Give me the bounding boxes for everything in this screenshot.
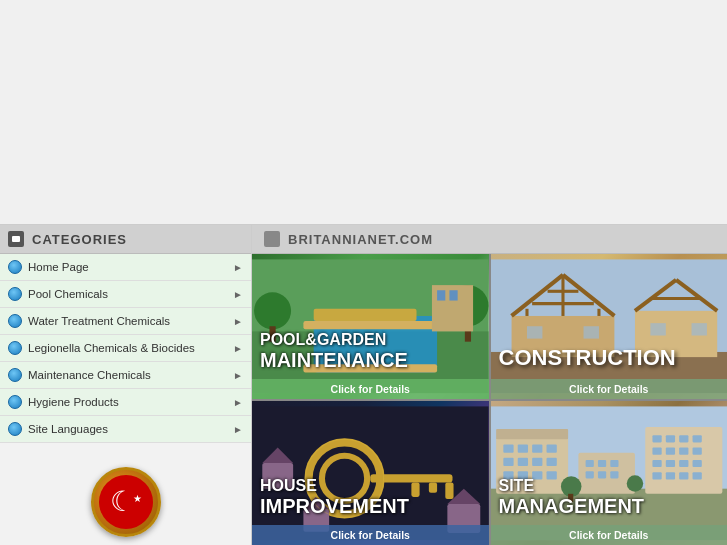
sidebar-item-hygiene-products[interactable]: Hygiene Products ► <box>0 389 251 415</box>
svg-rect-73 <box>652 447 661 454</box>
nav-icon <box>8 260 22 274</box>
nav-icon <box>8 314 22 328</box>
svg-rect-60 <box>496 429 568 439</box>
sidebar-item-legionella[interactable]: Legionella Chemicals & Biocides ► <box>0 335 251 361</box>
svg-rect-5 <box>314 309 417 321</box>
svg-rect-79 <box>679 459 688 466</box>
tile-click-details[interactable]: Click for Details <box>252 525 489 545</box>
tile-label: CONSTRUCTION <box>499 346 720 370</box>
svg-rect-78 <box>665 459 674 466</box>
svg-rect-28 <box>583 326 598 338</box>
sidebar-item-home-page[interactable]: Home Page ► <box>0 254 251 280</box>
sidebar-item-site-languages[interactable]: Site Languages ► <box>0 416 251 442</box>
svg-rect-3 <box>303 321 437 329</box>
sidebar-header-title: CATEGORIES <box>32 232 127 247</box>
tile-line1: CONSTRUCTION <box>499 346 720 370</box>
list-item: Maintenance Chemicals ► <box>0 362 251 389</box>
tile-line1: POOL&GARDEN <box>260 331 481 349</box>
tile-background <box>252 254 489 399</box>
nav-icon <box>8 422 22 436</box>
star-icon: ★ <box>133 493 142 504</box>
tile-click-details[interactable]: Click for Details <box>491 525 728 545</box>
svg-rect-11 <box>437 290 445 300</box>
list-item: Hygiene Products ► <box>0 389 251 416</box>
svg-rect-52 <box>503 457 513 465</box>
nav-icon <box>8 395 22 409</box>
sidebar-nav: Home Page ► Pool Chemicals ► Water Treat… <box>0 254 251 459</box>
category-tile-pool-garden[interactable]: POOL&GARDEN MAINTENANCE Click for Detail… <box>252 254 489 399</box>
svg-rect-80 <box>692 459 701 466</box>
svg-rect-27 <box>526 326 541 338</box>
tile-background <box>491 254 728 399</box>
sidebar-footer: ☾ ★ <box>0 459 251 545</box>
category-grid: POOL&GARDEN MAINTENANCE Click for Detail… <box>252 254 727 545</box>
category-tile-site-management[interactable]: SITE MANAGEMENT Click for Details <box>491 401 728 546</box>
tile-line1: HOUSE <box>260 477 481 495</box>
sidebar-item-label: Home Page <box>28 261 89 273</box>
svg-rect-71 <box>679 435 688 442</box>
svg-rect-51 <box>546 444 556 452</box>
sidebar-item-maintenance-chemicals[interactable]: Maintenance Chemicals ► <box>0 362 251 388</box>
tile-label: POOL&GARDEN MAINTENANCE <box>260 331 481 371</box>
svg-rect-49 <box>517 444 527 452</box>
nav-icon <box>8 368 22 382</box>
content-header: BRITANNIANET.COM <box>252 225 727 254</box>
tile-click-details[interactable]: Click for Details <box>252 379 489 399</box>
svg-rect-12 <box>449 290 457 300</box>
nav-arrow-icon: ► <box>233 397 243 408</box>
turkish-flag: ☾ ★ <box>99 475 153 529</box>
svg-rect-77 <box>652 459 661 466</box>
list-item: Water Treatment Chemicals ► <box>0 308 251 335</box>
tile-background <box>491 401 728 546</box>
svg-rect-72 <box>692 435 701 442</box>
sidebar-item-label: Water Treatment Chemicals <box>28 315 170 327</box>
tile-label: SITE MANAGEMENT <box>499 477 720 517</box>
sidebar-header: CATEGORIES <box>0 225 251 254</box>
svg-rect-30 <box>691 323 706 335</box>
sidebar-header-icon <box>8 231 24 247</box>
crescent-icon: ☾ <box>110 488 135 516</box>
svg-rect-70 <box>665 435 674 442</box>
nav-arrow-icon: ► <box>233 370 243 381</box>
list-item: Legionella Chemicals & Biocides ► <box>0 335 251 362</box>
category-tile-construction[interactable]: CONSTRUCTION Click for Details <box>491 254 728 399</box>
tile-line2: IMPROVEMENT <box>260 495 481 517</box>
svg-point-6 <box>254 292 291 329</box>
svg-rect-62 <box>585 459 593 466</box>
svg-rect-53 <box>517 457 527 465</box>
tile-label: HOUSE IMPROVEMENT <box>260 477 481 517</box>
tile-line2: MANAGEMENT <box>499 495 720 517</box>
tile-click-details[interactable]: Click for Details <box>491 379 728 399</box>
svg-rect-69 <box>652 435 661 442</box>
sidebar: CATEGORIES Home Page ► Pool Chemicals ► <box>0 225 252 545</box>
content-header-icon <box>264 231 280 247</box>
top-banner <box>0 0 727 225</box>
svg-rect-64 <box>610 459 618 466</box>
svg-rect-75 <box>679 447 688 454</box>
svg-rect-50 <box>532 444 542 452</box>
tile-line2: MAINTENANCE <box>260 349 481 371</box>
flag-emblem: ☾ ★ <box>91 467 161 537</box>
sidebar-item-label: Hygiene Products <box>28 396 119 408</box>
svg-rect-54 <box>532 457 542 465</box>
main-content: CATEGORIES Home Page ► Pool Chemicals ► <box>0 225 727 545</box>
nav-icon <box>8 287 22 301</box>
sidebar-item-label: Maintenance Chemicals <box>28 369 151 381</box>
tile-line1: SITE <box>499 477 720 495</box>
content-panel: BRITANNIANET.COM <box>252 225 727 545</box>
nav-arrow-icon: ► <box>233 343 243 354</box>
list-item: Site Languages ► <box>0 416 251 443</box>
nav-arrow-icon: ► <box>233 289 243 300</box>
svg-rect-29 <box>650 323 665 335</box>
svg-rect-63 <box>597 459 605 466</box>
category-tile-house-improvement[interactable]: HOUSE IMPROVEMENT Click for Details <box>252 401 489 546</box>
sidebar-item-pool-chemicals[interactable]: Pool Chemicals ► <box>0 281 251 307</box>
nav-arrow-icon: ► <box>233 424 243 435</box>
svg-rect-74 <box>665 447 674 454</box>
sidebar-item-label: Pool Chemicals <box>28 288 108 300</box>
svg-rect-76 <box>692 447 701 454</box>
sidebar-item-label: Site Languages <box>28 423 108 435</box>
sidebar-item-label: Legionella Chemicals & Biocides <box>28 342 195 354</box>
svg-rect-55 <box>546 457 556 465</box>
sidebar-item-water-treatment[interactable]: Water Treatment Chemicals ► <box>0 308 251 334</box>
